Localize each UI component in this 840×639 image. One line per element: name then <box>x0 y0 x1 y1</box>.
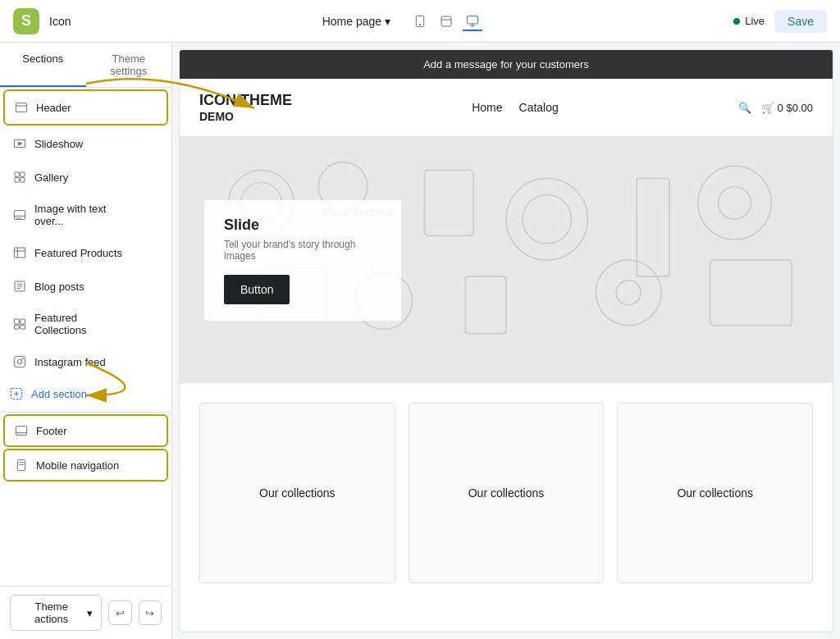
eye-icon-featured-collections[interactable] <box>122 316 139 332</box>
svg-rect-21 <box>15 178 19 182</box>
drag-icon-image-text[interactable]: ⠿ <box>142 207 158 223</box>
site-header-right: 🔍 🛒 0 $0.00 <box>738 102 813 114</box>
svg-rect-38 <box>21 319 25 324</box>
sidebar-item-gallery[interactable]: Gallery ⠿ <box>3 161 168 194</box>
mobile-icon[interactable] <box>410 11 430 31</box>
svg-rect-68 <box>710 260 792 326</box>
device-icons <box>410 11 482 31</box>
sidebar-sections: Header Slideshow ⠿ <box>0 88 171 586</box>
cart-icon[interactable]: 🛒 0 $0.00 <box>761 102 813 114</box>
eye-icon-image-text[interactable] <box>122 207 139 223</box>
svg-rect-49 <box>16 427 26 436</box>
collection-card-label-1: Our collections <box>259 486 336 500</box>
main-layout: Sections Theme settings Header <box>0 43 840 639</box>
site-logo: ICON THEME DEMO <box>199 92 292 123</box>
sidebar-item-blog-posts[interactable]: Blog posts ⠿ <box>3 270 168 303</box>
gallery-icon <box>13 171 26 184</box>
eye-icon-slideshow[interactable] <box>122 135 139 152</box>
drag-icon-header[interactable] <box>140 99 157 116</box>
sidebar-item-label-header: Header <box>36 102 121 114</box>
slideshow-section: Fixed Sections Slide Tell your brand's s… <box>180 137 833 383</box>
sidebar-item-label-mobile-nav: Mobile navigation <box>36 459 157 472</box>
redo-button[interactable]: ↪ <box>139 600 162 625</box>
announcement-bar: Add a message for your customers <box>180 50 833 79</box>
sidebar-item-label-instagram: Instagram feed <box>34 356 122 368</box>
announcement-text: Add a message for your customers <box>423 58 589 71</box>
eye-icon-instagram[interactable] <box>122 354 139 370</box>
sidebar-bottom: Theme actions ▾ ↩ ↪ <box>0 586 171 639</box>
svg-rect-7 <box>16 103 26 112</box>
tab-sections[interactable]: Sections <box>0 43 86 87</box>
undo-button[interactable]: ↩ <box>108 600 131 625</box>
collection-card-2[interactable]: Our collections <box>409 403 605 583</box>
svg-point-15 <box>149 110 150 111</box>
svg-rect-37 <box>14 319 19 324</box>
sidebar-item-featured-collections[interactable]: Featured Collections ⠿ <box>3 304 168 345</box>
site-logo-sub: DEMO <box>199 110 292 124</box>
eye-icon-blog-posts[interactable] <box>122 278 139 294</box>
theme-actions-button[interactable]: Theme actions ▾ <box>10 595 102 631</box>
header-icon <box>15 101 28 114</box>
svg-marker-17 <box>19 142 22 145</box>
svg-point-18 <box>129 142 132 145</box>
eye-icon-featured-products[interactable] <box>122 244 139 261</box>
svg-rect-51 <box>17 459 25 470</box>
search-icon[interactable]: 🔍 <box>738 102 751 114</box>
drag-icon-gallery[interactable]: ⠿ <box>142 169 158 185</box>
sidebar-item-footer[interactable]: Footer <box>3 414 168 447</box>
svg-point-44 <box>22 358 23 359</box>
svg-point-66 <box>596 260 661 326</box>
save-button[interactable]: Save <box>774 10 827 33</box>
slide-subtitle: Tell your brand's story through images <box>224 239 381 262</box>
featured-products-icon <box>13 246 26 259</box>
drag-icon-featured-collections[interactable]: ⠿ <box>142 316 158 332</box>
desktop-icon[interactable] <box>463 11 482 31</box>
tab-theme-settings[interactable]: Theme settings <box>86 43 172 87</box>
collection-card-3[interactable]: Our collections <box>617 403 813 583</box>
add-section-button[interactable]: Add section <box>0 379 171 409</box>
svg-point-62 <box>719 187 751 220</box>
svg-point-9 <box>127 106 130 109</box>
drag-icon-slideshow[interactable]: ⠿ <box>142 135 158 152</box>
site-nav: Home Catalog <box>472 101 559 114</box>
sidebar-item-label-featured-collections: Featured Collections <box>34 312 122 336</box>
collection-card-1[interactable]: Our collections <box>199 403 395 583</box>
drag-icon-featured-products[interactable]: ⠿ <box>142 244 158 261</box>
theme-actions-chevron: ▾ <box>87 607 93 619</box>
svg-rect-65 <box>465 276 506 334</box>
collections-row: Our collections Our collections Our coll… <box>180 383 833 603</box>
theme-actions-label: Theme actions <box>19 600 84 625</box>
sidebar-item-header[interactable]: Header <box>3 89 168 126</box>
page-selector[interactable]: Home page ▾ <box>322 15 390 28</box>
footer-icon <box>15 424 28 437</box>
drag-icon-blog-posts[interactable]: ⠿ <box>142 278 158 294</box>
sidebar-item-image-text[interactable]: Image with text over... ⠿ <box>3 194 168 235</box>
add-section-label: Add section <box>31 388 87 400</box>
instagram-icon <box>13 355 26 368</box>
sidebar-item-featured-products[interactable]: Featured Products ⠿ <box>3 236 168 269</box>
svg-point-23 <box>129 176 132 179</box>
drag-icon-instagram[interactable]: ⠿ <box>142 354 158 370</box>
sidebar-item-instagram[interactable]: Instagram feed ⠿ <box>3 345 168 378</box>
site-header: ICON THEME DEMO Home Catalog 🔍 🛒 0 $0.00 <box>180 79 833 137</box>
preview-frame: Add a message for your customers ICON TH… <box>179 49 833 632</box>
svg-point-45 <box>129 360 132 363</box>
sidebar-item-slideshow[interactable]: Slideshow ⠿ <box>3 127 168 160</box>
svg-point-67 <box>616 281 641 305</box>
svg-point-27 <box>129 213 132 217</box>
sidebar-item-label-featured-products: Featured Products <box>34 247 122 259</box>
featured-collections-icon <box>13 317 26 331</box>
svg-rect-20 <box>21 172 25 176</box>
sidebar-item-mobile-nav[interactable]: Mobile navigation <box>3 449 168 482</box>
svg-rect-22 <box>21 178 25 182</box>
tablet-icon[interactable] <box>436 11 456 31</box>
nav-home[interactable]: Home <box>472 101 502 114</box>
svg-point-31 <box>129 251 132 254</box>
svg-point-13 <box>149 107 150 107</box>
eye-icon-gallery[interactable] <box>122 169 139 185</box>
slide-button[interactable]: Button <box>224 275 290 304</box>
chevron-down-icon: ▾ <box>385 15 390 28</box>
eye-icon-header[interactable] <box>121 99 137 116</box>
cart-label: 0 $0.00 <box>778 102 813 114</box>
nav-catalog[interactable]: Catalog <box>519 101 559 114</box>
